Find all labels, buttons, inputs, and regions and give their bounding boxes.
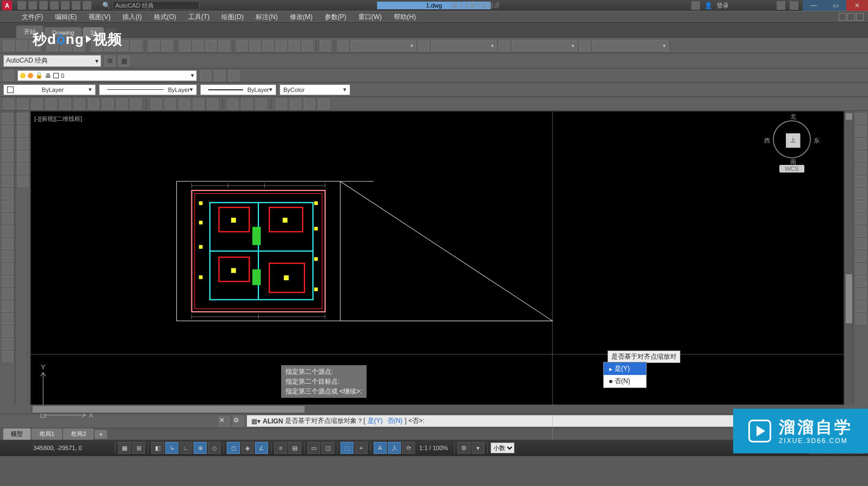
menu-dimension[interactable]: 标注(N)	[256, 13, 278, 22]
circle-icon[interactable]	[2, 188, 13, 199]
infocenter-icon[interactable]	[691, 1, 700, 10]
array-icon[interactable]	[855, 163, 866, 174]
gradient-icon[interactable]	[2, 301, 13, 312]
pan-icon[interactable]	[179, 40, 190, 51]
ortho-toggle[interactable]: ∟	[179, 442, 193, 454]
explode-icon[interactable]	[855, 313, 866, 324]
workspace-save-icon[interactable]: ▦	[119, 56, 129, 66]
planar-icon[interactable]	[131, 99, 141, 109]
menu-tools[interactable]: 工具(T)	[188, 13, 209, 22]
vertical-scrollbar[interactable]	[844, 111, 853, 405]
qat-redo-icon[interactable]	[83, 1, 91, 10]
stretch-icon[interactable]	[855, 213, 866, 224]
otrack-toggle[interactable]: ∠	[255, 442, 268, 454]
texttofront-icon[interactable]	[17, 163, 28, 174]
cut-icon[interactable]	[91, 40, 102, 51]
chamfer-icon[interactable]	[855, 276, 866, 287]
3dalign-icon[interactable]	[304, 99, 315, 109]
annoauto-icon[interactable]: ⟳	[402, 442, 415, 454]
layer-prev-icon[interactable]	[200, 70, 211, 81]
cylinder-icon[interactable]	[74, 99, 85, 109]
hatch-icon[interactable]	[2, 288, 13, 299]
pline-icon[interactable]	[2, 138, 13, 149]
qat-save-icon[interactable]	[39, 1, 48, 10]
annoscale-icon[interactable]: A	[374, 442, 387, 454]
mtext-icon[interactable]	[2, 339, 13, 349]
layer-state-icon[interactable]	[214, 70, 225, 81]
lineweight-combo[interactable]: ByLayer▾	[200, 84, 276, 95]
menu-edit[interactable]: 编辑(E)	[55, 13, 77, 22]
qat-undo-icon[interactable]	[72, 1, 80, 10]
tpy-toggle[interactable]: ▤	[288, 442, 301, 454]
loft-icon[interactable]	[207, 99, 218, 109]
option-no[interactable]: 否(N)	[604, 375, 646, 387]
menu-parametric[interactable]: 参数(P)	[325, 13, 346, 22]
horizontal-scrollbar[interactable]	[30, 405, 844, 414]
annovisibility-icon[interactable]: 人	[388, 442, 401, 454]
region-icon[interactable]	[2, 313, 13, 324]
blend-icon[interactable]	[855, 301, 866, 312]
sweep-icon[interactable]	[179, 99, 190, 109]
block-icon[interactable]	[2, 263, 13, 274]
union-icon[interactable]	[227, 99, 238, 109]
3dmove-icon[interactable]	[276, 99, 287, 109]
markup-icon[interactable]	[289, 40, 300, 51]
ws-switch-icon[interactable]: ▾	[472, 442, 485, 454]
osnap-toggle[interactable]: ◻	[227, 442, 240, 454]
toolpalette-icon[interactable]	[263, 40, 274, 51]
revcloud-icon[interactable]	[2, 201, 13, 212]
zoom-rt-icon[interactable]	[193, 40, 203, 51]
qat-saveas-icon[interactable]	[50, 1, 59, 10]
mleaderstyle-icon[interactable]	[579, 40, 590, 51]
window-close-button[interactable]: ✕	[846, 0, 868, 11]
paste-icon[interactable]	[117, 40, 128, 51]
layer-iso-icon[interactable]	[228, 70, 239, 81]
sheetset-icon[interactable]	[276, 40, 287, 51]
menu-file[interactable]: 文件(F)	[22, 13, 43, 22]
workspace-search-input[interactable]	[113, 1, 200, 10]
textstyle-icon[interactable]	[338, 40, 349, 51]
qat-plot-icon[interactable]	[61, 1, 70, 10]
mdi-restore-button[interactable]	[847, 13, 855, 21]
redo-icon[interactable]	[162, 40, 172, 51]
3dosnap-toggle[interactable]: ◈	[241, 442, 254, 454]
mirror-icon[interactable]	[855, 138, 866, 149]
hatchtoback-icon[interactable]	[17, 176, 28, 187]
keyword-hint[interactable]: 键入关键字或短语	[451, 2, 499, 10]
sendback-icon[interactable]	[17, 126, 28, 137]
fillet-icon[interactable]	[855, 288, 866, 299]
undo-icon[interactable]	[148, 40, 159, 51]
tab-current[interactable]: 1*	[83, 27, 103, 38]
point-icon[interactable]	[2, 276, 13, 287]
bringabove-icon[interactable]	[17, 138, 28, 149]
section-icon[interactable]	[318, 99, 329, 109]
tab-drawing[interactable]: Drawing	[45, 27, 82, 38]
mdi-close-button[interactable]	[856, 13, 864, 21]
zoom-prev-icon[interactable]	[219, 40, 230, 51]
workspace-settings-icon[interactable]: ⚙	[104, 56, 115, 66]
qat-new-icon[interactable]	[17, 1, 26, 10]
dyn-toggle[interactable]: ↳	[165, 442, 178, 454]
layout-tab-model[interactable]: 模型	[3, 428, 30, 440]
bringfront-icon[interactable]	[17, 113, 28, 124]
help-toolbar-icon[interactable]	[320, 40, 331, 51]
mleaderstyle-combo[interactable]: ▾	[592, 40, 668, 51]
torus-icon[interactable]	[88, 99, 99, 109]
presspull-icon[interactable]	[165, 99, 176, 109]
spline-icon[interactable]	[2, 213, 13, 224]
quickcalc-icon[interactable]	[302, 40, 313, 51]
xline-icon[interactable]	[2, 126, 13, 137]
line-icon[interactable]	[2, 113, 13, 124]
mdi-minimize-button[interactable]	[839, 13, 846, 21]
dimstyle-icon[interactable]	[418, 40, 429, 51]
erase-icon[interactable]	[855, 113, 866, 124]
layer-combo[interactable]: 🔓 🖶 0 ▾	[17, 70, 197, 81]
menu-help[interactable]: 帮助(H)	[394, 13, 416, 22]
polar-toggle[interactable]: ⊕	[194, 442, 207, 454]
layer-manager-icon[interactable]	[3, 70, 14, 81]
infer-toggle[interactable]: ◧	[151, 442, 164, 454]
arc-icon[interactable]	[2, 176, 13, 187]
sphere-icon[interactable]	[60, 99, 71, 109]
addselected-icon[interactable]	[2, 351, 13, 362]
3drotate-icon[interactable]	[290, 99, 301, 109]
